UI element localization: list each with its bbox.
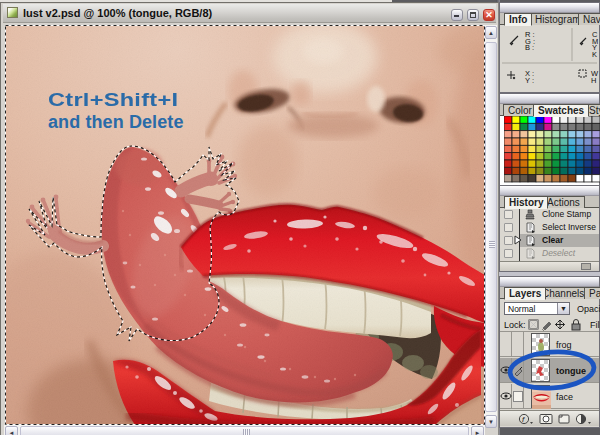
svg-text:H: H — [591, 76, 596, 85]
svg-text:f: f — [522, 415, 525, 424]
svg-text:Y :: Y : — [525, 76, 534, 85]
svg-text:K: K — [592, 50, 597, 59]
svg-text:B :: B : — [525, 43, 534, 52]
